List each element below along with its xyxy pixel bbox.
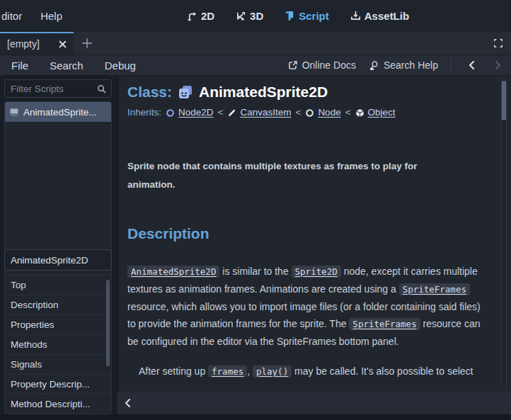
member-item-description[interactable]: Description <box>5 295 111 315</box>
script-menu-bar: File Search Debug Online Docs Search Hel… <box>0 55 511 76</box>
class-label: Class: <box>127 81 172 103</box>
script-item-label: AnimatedSprite... <box>23 107 97 118</box>
description-heading: Description <box>127 225 490 242</box>
description-paragraph: AnimatedSprite2D is similar to the Sprit… <box>127 263 490 350</box>
menu-right-group: Online Docs Search Help <box>288 59 511 72</box>
brief-description: Sprite node that contains multiple textu… <box>127 157 467 194</box>
godot-editor-window: ditor Help 2D 3D Script <box>0 0 511 420</box>
3d-workspace-icon <box>236 11 246 21</box>
workspace-assetlib-label: AssetLib <box>364 10 409 22</box>
filter-scripts-field <box>4 79 112 98</box>
scripts-sidebar: AnimatedSprite... Top Description Proper… <box>0 76 117 414</box>
menu-debug[interactable]: Debug <box>105 59 136 72</box>
node2d-icon <box>166 108 175 118</box>
titlebar: ditor Help 2D 3D Script <box>0 0 511 32</box>
expand-fullscreen-icon[interactable] <box>493 32 511 55</box>
history-back-icon[interactable] <box>464 60 478 70</box>
code-link[interactable]: frames <box>208 365 247 378</box>
filter-scripts-input[interactable] <box>5 84 97 94</box>
online-docs-label: Online Docs <box>302 59 356 71</box>
code-link[interactable]: SpriteFrames <box>349 318 420 330</box>
member-item-methods[interactable]: Methods <box>5 335 111 355</box>
workspace-script-button[interactable]: Script <box>285 10 329 22</box>
member-item-top[interactable]: Top <box>5 276 111 295</box>
search-help-button[interactable]: Search Help <box>369 59 438 71</box>
class-name-field[interactable] <box>4 249 112 271</box>
link-node[interactable]: Node <box>305 106 340 120</box>
menu-separator <box>451 59 452 72</box>
members-scrollbar-thumb[interactable] <box>106 280 110 366</box>
code-link[interactable]: SpriteFrames <box>399 283 470 295</box>
doc-scrollbar-track[interactable] <box>501 79 507 389</box>
menu-group: ditor Help <box>0 10 62 22</box>
doc-class-title: Class: AnimatedSprite2D <box>127 81 490 103</box>
search-help-label: Search Help <box>384 59 438 71</box>
canvasitem-icon <box>227 108 236 118</box>
search-icon <box>97 84 111 93</box>
animatedsprite2d-class-icon <box>177 84 194 101</box>
doc-book-icon <box>9 107 19 117</box>
doc-scrollbar-thumb[interactable] <box>502 81 506 120</box>
class-name-title: AnimatedSprite2D <box>199 81 328 103</box>
bottom-panel-bar <box>117 392 511 414</box>
workspace-3d-button[interactable]: 3D <box>236 10 263 22</box>
menu-left-group: File Search Debug <box>0 59 136 72</box>
workspace-script-label: Script <box>299 10 329 22</box>
new-tab-button[interactable] <box>74 32 101 55</box>
doc-search-icon <box>369 60 379 71</box>
inherits-separator: < <box>345 106 351 120</box>
text-segment: After setting up <box>139 365 208 377</box>
inherits-row: Inherits: Node2D < CanvasItem < Node <box>127 106 490 120</box>
member-item-property-descriptions[interactable]: Property Descrip... <box>5 375 111 395</box>
link-canvasitem[interactable]: CanvasItem <box>227 106 291 120</box>
script-item-animatedsprite2d[interactable]: AnimatedSprite... <box>5 102 111 122</box>
inherits-label: Inherits: <box>127 106 161 120</box>
doc-viewer: Class: AnimatedSprite2D Inherits: Node2D… <box>119 76 511 392</box>
text-segment: may be called. It's also possible to sel… <box>292 365 473 377</box>
bottom-panel-collapse-icon[interactable] <box>117 397 132 409</box>
menu-editor[interactable]: ditor <box>1 10 22 22</box>
object-cube-icon <box>355 108 364 118</box>
menu-search[interactable]: Search <box>50 59 84 72</box>
text-segment: , <box>247 365 253 377</box>
text-segment: is similar to the <box>219 266 291 277</box>
member-item-signals[interactable]: Signals <box>5 355 111 375</box>
link-object[interactable]: Object <box>355 106 396 120</box>
link-node2d[interactable]: Node2D <box>166 106 214 120</box>
node-icon <box>305 108 314 118</box>
code-link[interactable]: AnimatedSprite2D <box>127 266 219 278</box>
menu-help[interactable]: Help <box>40 10 62 22</box>
menu-file[interactable]: File <box>11 59 28 72</box>
tab-label: [empty] <box>7 38 52 50</box>
inherits-separator: < <box>218 106 224 120</box>
member-item-method-descriptions[interactable]: Method Descripti... <box>5 395 111 414</box>
workspace-switcher: 2D 3D Script AssetLib <box>102 10 409 22</box>
code-link[interactable]: play() <box>253 365 292 378</box>
2d-workspace-icon <box>187 11 197 21</box>
tab-close-icon[interactable] <box>59 40 67 48</box>
script-tab-strip: [empty] <box>0 32 511 55</box>
doc-members-list: Top Description Properties Methods Signa… <box>4 275 112 414</box>
window-bottom-edge <box>0 414 511 420</box>
history-forward-icon[interactable] <box>491 60 505 70</box>
script-workspace-icon <box>285 11 295 21</box>
workspace-2d-button[interactable]: 2D <box>187 10 214 22</box>
assetlib-download-icon <box>350 11 361 21</box>
workspace-3d-label: 3D <box>250 10 263 22</box>
workspace-2d-label: 2D <box>201 10 214 22</box>
tab-empty[interactable]: [empty] <box>0 32 74 55</box>
online-docs-button[interactable]: Online Docs <box>288 59 356 71</box>
workspace-assetlib-button[interactable]: AssetLib <box>350 10 409 22</box>
inherits-separator: < <box>295 106 301 120</box>
external-link-icon <box>288 60 298 70</box>
member-item-properties[interactable]: Properties <box>5 315 111 335</box>
code-link[interactable]: Sprite2D <box>292 266 341 278</box>
description-paragraph-clipped: After setting up frames, play() may be c… <box>127 363 490 380</box>
